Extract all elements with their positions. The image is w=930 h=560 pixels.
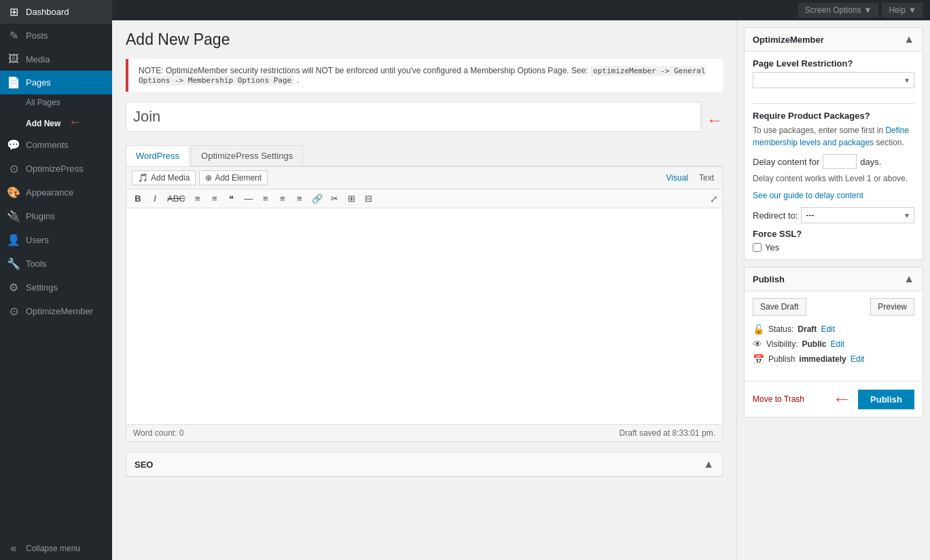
- sidebar-item-label: Plugins: [26, 211, 55, 221]
- format-toolbar: B I ABC ≡ ≡ ❝ — ≡ ≡ ≡ 🔗 ✂ ⊞ ⊟ ⤢: [126, 189, 723, 208]
- tools-icon: 🔧: [7, 257, 20, 270]
- expand-editor-button[interactable]: ⤢: [710, 193, 718, 204]
- sidebar-item-label: Tools: [26, 259, 46, 269]
- redirect-select[interactable]: ---: [801, 207, 914, 223]
- text-view-button[interactable]: Text: [696, 172, 717, 184]
- tab-optimizepress-settings[interactable]: OptimizePress Settings: [191, 145, 303, 166]
- publish-button[interactable]: Publish: [858, 390, 914, 409]
- optimizemember-box-header: OptimizeMember ▲: [745, 28, 923, 52]
- settings-icon: ⚙: [7, 281, 20, 294]
- sidebar-sub-item-add-new[interactable]: Add New ←: [0, 111, 112, 133]
- help-chevron-icon: ▼: [908, 5, 916, 15]
- sidebar-item-tools[interactable]: 🔧 Tools: [0, 252, 112, 276]
- visibility-icon: 👁: [753, 339, 762, 350]
- sidebar-item-label: Dashboard: [26, 7, 69, 17]
- editor-body[interactable]: [126, 208, 723, 425]
- force-ssl-checkbox[interactable]: [753, 243, 762, 252]
- editor-footer: Word count: 0 Draft saved at 8:33:01 pm.: [126, 425, 723, 442]
- ordered-list-button[interactable]: ≡: [207, 192, 222, 205]
- force-ssl-label: Force SSL?: [753, 229, 914, 239]
- visual-view-button[interactable]: Visual: [664, 172, 691, 184]
- notice-text: NOTE: OptimizeMember security restrictio…: [139, 66, 588, 75]
- dashboard-icon: ⊞: [7, 5, 20, 18]
- comments-icon: 💬: [7, 138, 20, 151]
- sidebar-item-optimizepress[interactable]: ⊙ OptimizePress: [0, 157, 112, 181]
- publish-footer: Move to Trash ← Publish: [745, 381, 923, 417]
- status-edit-link[interactable]: Edit: [821, 324, 835, 334]
- sidebar-item-users[interactable]: 👤 Users: [0, 228, 112, 252]
- visibility-edit-link[interactable]: Edit: [830, 339, 844, 349]
- italic-button[interactable]: I: [147, 192, 162, 205]
- sidebar-item-label: Users: [26, 235, 49, 245]
- topbar: Screen Options ▼ Help ▼: [112, 0, 930, 20]
- sidebar-item-label: OptimizePress: [26, 164, 84, 174]
- sidebar: ⊞ Dashboard ✎ Posts 🖼 Media 📄 Pages All …: [0, 0, 112, 560]
- redirect-label: Redirect to:: [753, 210, 798, 221]
- pages-icon: 📄: [7, 76, 20, 89]
- sidebar-item-label: OptimizeMember: [26, 306, 93, 316]
- align-left-button[interactable]: ≡: [258, 192, 273, 205]
- unordered-list-button[interactable]: ≡: [190, 192, 205, 205]
- page-level-restriction-select[interactable]: [753, 72, 914, 88]
- page-title-input[interactable]: [126, 102, 701, 132]
- chevron-down-icon: ▼: [864, 5, 872, 15]
- add-media-button[interactable]: 🎵 Add Media: [132, 170, 196, 185]
- strikethrough-button[interactable]: ABC: [164, 192, 188, 205]
- help-button[interactable]: Help ▼: [882, 3, 923, 18]
- sidebar-item-dashboard[interactable]: ⊞ Dashboard: [0, 0, 112, 24]
- blockquote-button[interactable]: ❝: [224, 192, 239, 205]
- bold-button[interactable]: B: [130, 192, 145, 205]
- collapse-label: Collapse menu: [26, 544, 80, 553]
- move-to-trash-link[interactable]: Move to Trash: [753, 394, 804, 404]
- save-draft-button[interactable]: Save Draft: [753, 298, 806, 316]
- sidebar-collapse[interactable]: « Collapse menu: [0, 537, 112, 560]
- sidebar-item-optimizemember[interactable]: ⊙ OptimizeMember: [0, 299, 112, 323]
- optimizemember-box: OptimizeMember ▲ Page Level Restriction?…: [744, 27, 923, 260]
- unlink-button[interactable]: ✂: [327, 192, 342, 205]
- title-red-arrow-icon: ←: [707, 111, 723, 130]
- sidebar-item-label: Settings: [26, 282, 58, 293]
- sidebar-item-media[interactable]: 🖼 Media: [0, 48, 112, 71]
- page-heading: Add New Page: [126, 31, 723, 49]
- preview-button[interactable]: Preview: [870, 298, 914, 316]
- seo-metabox-title: SEO: [135, 460, 153, 470]
- sidebar-item-label: Pages: [26, 77, 51, 88]
- horizontal-rule-button[interactable]: —: [241, 192, 256, 205]
- sidebar-item-settings[interactable]: ⚙ Settings: [0, 276, 112, 299]
- align-right-button[interactable]: ≡: [292, 192, 307, 205]
- add-element-button[interactable]: ⊕ Add Element: [199, 170, 268, 185]
- delay-content-input[interactable]: [823, 154, 857, 169]
- sidebar-sub-item-all-pages[interactable]: All Pages: [0, 94, 112, 111]
- publish-box: Publish ▲ Save Draft Preview 🔓 Status: D…: [744, 267, 923, 417]
- redirect-select-wrapper: --- ▼: [801, 207, 914, 223]
- title-wrapper: ←: [126, 102, 723, 138]
- publish-toggle-icon[interactable]: ▲: [904, 273, 914, 285]
- sidebar-item-posts[interactable]: ✎ Posts: [0, 24, 112, 48]
- seo-toggle-icon[interactable]: ▲: [703, 458, 714, 470]
- media-icon: 🖼: [7, 53, 20, 65]
- optimizemember-toggle-icon[interactable]: ▲: [904, 33, 914, 45]
- visibility-row: 👁 Visibility: Public Edit: [753, 339, 914, 350]
- sidebar-item-plugins[interactable]: 🔌 Plugins: [0, 204, 112, 228]
- sidebar-item-appearance[interactable]: 🎨 Appearance: [0, 181, 112, 204]
- publish-time-edit-link[interactable]: Edit: [851, 354, 865, 364]
- insert-row-button[interactable]: ⊟: [361, 192, 376, 205]
- screen-options-button[interactable]: Screen Options ▼: [798, 3, 879, 18]
- align-center-button[interactable]: ≡: [275, 192, 290, 205]
- publish-box-header: Publish ▲: [745, 267, 923, 291]
- status-label: Status:: [768, 324, 793, 334]
- insert-table-button[interactable]: ⊞: [344, 192, 359, 205]
- seo-metabox-header[interactable]: SEO ▲: [126, 453, 722, 477]
- sidebar-item-comments[interactable]: 💬 Comments: [0, 133, 112, 157]
- sidebar-item-pages[interactable]: 📄 Pages: [0, 71, 112, 94]
- force-ssl-section: Force SSL? Yes: [753, 229, 914, 253]
- editor-toolbar-top: 🎵 Add Media ⊕ Add Element Visual Text: [126, 166, 723, 189]
- tab-wordpress[interactable]: WordPress: [126, 145, 190, 166]
- add-element-icon: ⊕: [205, 173, 212, 183]
- publish-box-body: Save Draft Preview 🔓 Status: Draft Edit …: [745, 291, 923, 375]
- link-button[interactable]: 🔗: [309, 192, 325, 205]
- delay-content-row: Delay content for days.: [753, 154, 914, 169]
- delay-guide-link[interactable]: See our guide to delay content: [753, 191, 863, 200]
- force-ssl-yes-label: Yes: [765, 242, 779, 253]
- require-product-packages-note: To use packages, enter some first in Def…: [753, 124, 914, 149]
